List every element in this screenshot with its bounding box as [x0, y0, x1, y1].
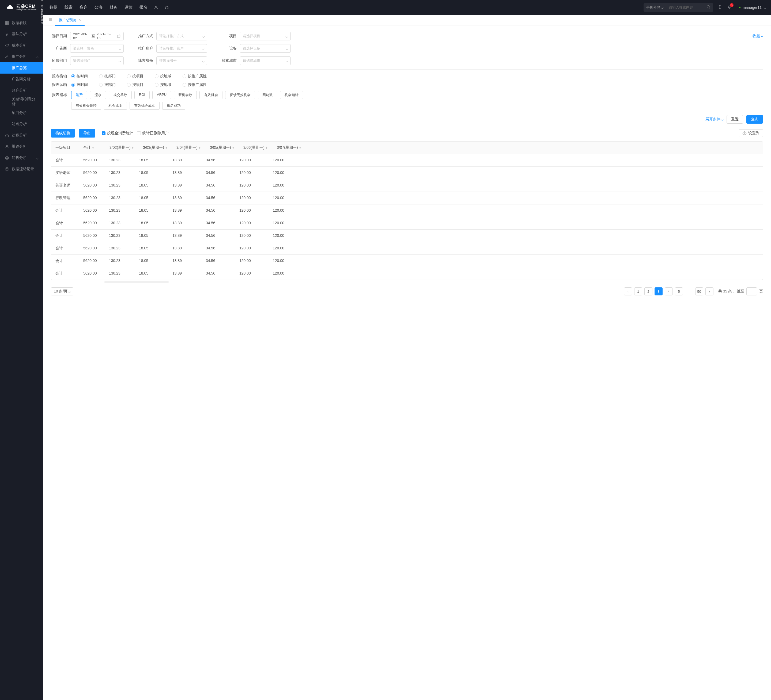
- metric-tag[interactable]: 有效机会: [200, 91, 223, 99]
- radio-option[interactable]: 按推广属性: [182, 74, 207, 79]
- user-icon[interactable]: [154, 5, 158, 10]
- topnav-item[interactable]: 公海: [94, 5, 102, 10]
- close-icon[interactable]: ✕: [78, 18, 81, 22]
- radio-option[interactable]: 按地域: [155, 83, 171, 87]
- select-method[interactable]: 请选择推广方式: [156, 32, 207, 41]
- sidebar-item-label: 关键词/创意分析: [12, 97, 38, 107]
- collapse-filters-link[interactable]: 收起: [753, 34, 763, 39]
- query-button[interactable]: 查询: [747, 115, 763, 123]
- sidebar-subitem[interactable]: 账户分析: [0, 85, 43, 96]
- metric-tag[interactable]: 新机会数: [174, 91, 197, 99]
- search-button[interactable]: [704, 5, 713, 10]
- metric-tag[interactable]: 报名成功: [162, 102, 185, 110]
- sidebar-item-label: 数据流转记录: [12, 167, 34, 172]
- sidebar-item[interactable]: 访客分析: [0, 130, 43, 141]
- metric-tag[interactable]: 消费: [71, 91, 87, 99]
- bell-icon[interactable]: 5: [727, 5, 731, 10]
- sidebar-item[interactable]: 成本分析: [0, 40, 43, 51]
- metric-tag[interactable]: 有效机会销转: [71, 102, 101, 110]
- th[interactable]: 一级项目: [51, 141, 81, 154]
- pager-page[interactable]: 3: [655, 287, 662, 296]
- sidebar-subitem[interactable]: 推广总览: [0, 62, 43, 73]
- td: 34.56: [201, 217, 234, 229]
- menu-collapse-icon[interactable]: [46, 17, 55, 23]
- mobile-icon[interactable]: [718, 5, 722, 10]
- sidebar-subitem[interactable]: 站点分析: [0, 119, 43, 130]
- metric-tag[interactable]: ROI: [134, 91, 150, 99]
- metric-tag[interactable]: 机会成本: [104, 102, 127, 110]
- sidebar-item[interactable]: 数据看版: [0, 17, 43, 29]
- sidebar-subitem[interactable]: 项目分析: [0, 107, 43, 119]
- set-columns-button[interactable]: 设置列: [739, 129, 763, 137]
- headset-icon[interactable]: [164, 5, 169, 10]
- metric-tag[interactable]: 成交单数: [109, 91, 132, 99]
- search-input[interactable]: [666, 5, 704, 9]
- metric-tag[interactable]: 有效机会成本: [130, 102, 159, 110]
- radio-option[interactable]: 按项目: [127, 74, 143, 79]
- reset-button[interactable]: 重置: [727, 115, 743, 123]
- topnav-item[interactable]: 报名: [140, 5, 148, 10]
- td: 120.00: [268, 217, 301, 229]
- pager-page[interactable]: 5: [675, 287, 683, 296]
- expand-conditions-link[interactable]: 展开条件: [705, 117, 723, 122]
- topnav-item[interactable]: 财务: [109, 5, 117, 10]
- th[interactable]: 3/06(星期一) ▲▼: [239, 141, 272, 154]
- sidebar-subitem[interactable]: 关键词/创意分析: [0, 96, 43, 107]
- horizontal-scrollbar[interactable]: [104, 281, 169, 283]
- radio-option[interactable]: 按部门: [99, 83, 115, 87]
- td: 120.00: [234, 267, 268, 279]
- select-city[interactable]: 请选择城市: [240, 57, 291, 65]
- select-advertiser[interactable]: 请选择广告商: [70, 44, 124, 53]
- th[interactable]: 3/03(星期一) ▲▼: [138, 141, 172, 154]
- radio-option[interactable]: 按地域: [155, 74, 171, 79]
- sidebar-item[interactable]: 漏斗分析: [0, 29, 43, 40]
- metric-tag[interactable]: 反馈无效机会: [225, 91, 255, 99]
- th[interactable]: 3/05(星期一) ▲▼: [205, 141, 239, 154]
- select-account[interactable]: 请选择推广账户: [156, 44, 207, 53]
- sidebar-item[interactable]: 销售分析: [0, 152, 43, 164]
- checkbox-deleted[interactable]: 统计已删除用户: [137, 131, 169, 136]
- radio-option[interactable]: 按项目: [127, 83, 143, 87]
- sidebar-item[interactable]: 推广分析: [0, 51, 43, 62]
- th[interactable]: 3/07(星期一) ▲▼: [272, 141, 306, 154]
- tab-promotion-overview[interactable]: 推广总预览 ✕: [55, 15, 85, 26]
- metric-tag[interactable]: 流水: [90, 91, 106, 99]
- metric-tag[interactable]: 回访数: [258, 91, 277, 99]
- pager-next[interactable]: ›: [705, 287, 713, 296]
- label-province: 线索省份: [137, 58, 153, 63]
- th[interactable]: 3/04(星期一) ▲▼: [172, 141, 205, 154]
- topnav-item[interactable]: 运营: [125, 5, 132, 10]
- select-device[interactable]: 请选择设备: [240, 44, 291, 53]
- sidebar-item[interactable]: 渠道分析: [0, 141, 43, 152]
- search-type-select[interactable]: 手机号码: [644, 5, 666, 10]
- pager-page[interactable]: 4: [665, 287, 673, 296]
- radio-option[interactable]: 按时间: [71, 74, 88, 79]
- select-project[interactable]: 请选择项目: [240, 32, 291, 41]
- topnav-item[interactable]: 线索: [65, 5, 73, 10]
- topnav-item[interactable]: 数据: [50, 5, 57, 10]
- metric-tag[interactable]: 机会销转: [280, 91, 303, 99]
- pager-page[interactable]: 1: [634, 287, 642, 296]
- date-range-picker[interactable]: 2021-03-02 至 2021-03-16: [70, 32, 124, 41]
- pager-page[interactable]: 2: [644, 287, 652, 296]
- pager-jump-input[interactable]: [747, 287, 757, 296]
- select-dept[interactable]: 请选择部门: [70, 57, 124, 65]
- radio-option[interactable]: 按时间: [71, 83, 88, 87]
- switch-axis-button[interactable]: 横纵切换: [51, 129, 75, 138]
- page-size-select[interactable]: 10 条/页: [51, 287, 73, 296]
- th[interactable]: 3/02(星期一) ▲▼: [105, 141, 138, 154]
- select-province[interactable]: 请选择省份: [156, 57, 207, 65]
- radio-option[interactable]: 按推广属性: [182, 83, 207, 87]
- pager-last[interactable]: 50: [695, 287, 703, 296]
- radio-option[interactable]: 按部门: [99, 74, 115, 79]
- tabbar: 推广总预览 ✕: [43, 15, 771, 25]
- sidebar-item[interactable]: 数据流转记录: [0, 164, 43, 175]
- checkbox-cash[interactable]: 按现金消费统计: [102, 131, 133, 136]
- sidebar-subitem[interactable]: 广告商分析: [0, 73, 43, 85]
- metric-tag[interactable]: ARPU: [152, 91, 171, 99]
- topnav-item[interactable]: 客户: [80, 5, 88, 10]
- export-button[interactable]: 导出: [79, 129, 95, 138]
- user-menu[interactable]: manager11: [739, 5, 766, 10]
- pager-prev[interactable]: ‹: [624, 287, 632, 296]
- th[interactable]: 合计 ▲▼: [81, 141, 105, 154]
